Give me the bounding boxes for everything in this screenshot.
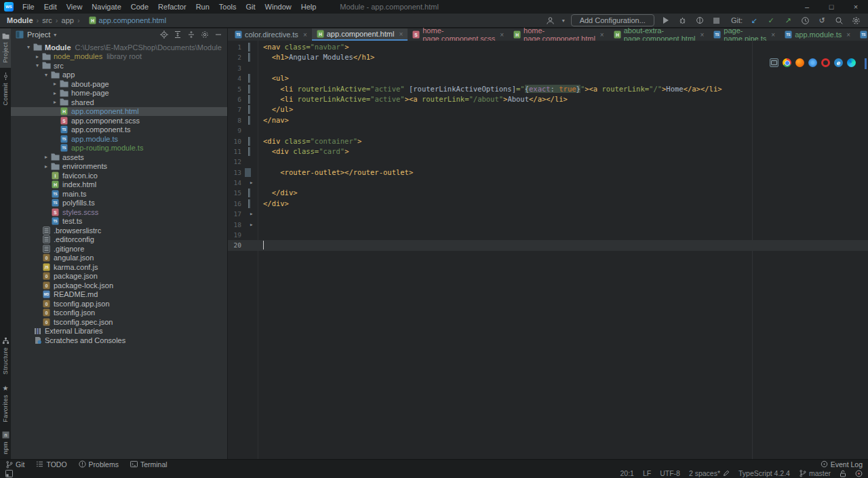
code-line-8[interactable]: 8</nav> [228, 115, 868, 125]
minimize-button[interactable]: – [795, 0, 819, 14]
menu-item-run[interactable]: Run [191, 1, 214, 13]
tree-item-module[interactable]: ▾ModuleC:\Users\E-MaxPCShop\Documents\Mo… [11, 43, 227, 52]
git-commit-button[interactable]: ✓ [766, 15, 776, 26]
code-line-13[interactable]: 13 <router-outlet></router-outlet> [228, 167, 868, 178]
code-line-9[interactable]: 9 [228, 125, 868, 136]
code-line-17[interactable]: 17 [228, 209, 868, 219]
editor-tab-home-page-component-scss[interactable]: Shome-page.component.scss× [408, 28, 509, 41]
tree-item-editorconfig[interactable]: .editorconfig [11, 235, 227, 245]
menu-item-code[interactable]: Code [126, 1, 153, 13]
editor-tab-about-extra-page-component-html[interactable]: Habout-extra-page.component.html× [609, 28, 709, 41]
code-line-19[interactable]: 19 [228, 230, 868, 240]
run-button[interactable] [660, 15, 671, 26]
code-line-15[interactable]: 15 </div> [228, 188, 868, 198]
tree-item-shared[interactable]: ▸shared [11, 98, 227, 107]
tree-item-node-modules[interactable]: ▸node_moduleslibrary root [11, 52, 227, 62]
search-everywhere-button[interactable] [833, 15, 844, 26]
code-line-11[interactable]: 11 <div class="card"> [228, 146, 868, 157]
menu-item-file[interactable]: File [18, 1, 39, 13]
tool-window-button-structure[interactable]: Structure [0, 332, 11, 379]
editor-tab-app-component-html[interactable]: Happ.component.html× [312, 28, 408, 41]
tab-close-icon[interactable]: × [701, 31, 705, 39]
code-line-10[interactable]: 10<div class="container"> [228, 136, 868, 146]
tree-item-polyfills-ts[interactable]: TSpolyfills.ts [11, 199, 227, 208]
code-line-4[interactable]: 4 <ul> [228, 73, 868, 83]
debug-button[interactable] [677, 15, 688, 26]
tree-item-tsconfig-json[interactable]: {}tsconfig.json [11, 308, 227, 318]
breadcrumb-item-app[interactable]: app [62, 16, 74, 24]
fold-arrow-icon[interactable] [241, 178, 258, 188]
menu-item-refactor[interactable]: Refactor [153, 1, 191, 13]
settings-icon[interactable] [200, 31, 209, 39]
fold-arrow-icon[interactable] [241, 209, 258, 219]
tree-chevron-icon[interactable]: ▸ [51, 79, 59, 88]
tree-item-angular-json[interactable]: {}angular.json [11, 254, 227, 263]
editor-tab-app-module-ts[interactable]: TSapp.module.ts× [780, 28, 855, 41]
tab-close-icon[interactable]: × [303, 31, 307, 39]
code-line-5[interactable]: 5 <li routerLinkActive="active" [routerL… [228, 84, 868, 94]
tab-close-icon[interactable]: × [500, 31, 504, 39]
tree-chevron-icon[interactable]: ▾ [24, 43, 33, 52]
tree-item-app-component-ts[interactable]: TSapp.component.ts [11, 125, 227, 135]
tool-window-button-problems[interactable]: Problems [79, 460, 119, 469]
tree-item-app-module-ts[interactable]: TSapp.module.ts [11, 134, 227, 144]
tree-item-test-ts[interactable]: TStest.ts [11, 217, 227, 226]
tool-window-button-npm[interactable]: nnpm [0, 426, 11, 459]
tab-close-icon[interactable]: × [399, 31, 403, 38]
chevron-down-icon[interactable]: ▾ [54, 32, 56, 38]
history-button[interactable] [800, 15, 810, 26]
tree-item-favicon-ico[interactable]: Ifavicon.ico [11, 171, 227, 180]
tree-item-external-libraries[interactable]: External Libraries [11, 327, 227, 336]
tab-close-icon[interactable]: × [846, 31, 850, 39]
menu-item-tools[interactable]: Tools [214, 1, 241, 13]
tree-item-package-lock-json[interactable]: {}package-lock.json [11, 281, 227, 290]
user-icon[interactable] [545, 15, 556, 26]
menu-item-help[interactable]: Help [296, 1, 321, 13]
tree-chevron-icon[interactable]: ▸ [51, 98, 59, 106]
tree-chevron-icon[interactable]: ▸ [33, 52, 41, 61]
tree-chevron-icon[interactable]: ▾ [33, 61, 41, 70]
code-line-6[interactable]: 6 <li routerLinkActive="active"><a route… [228, 94, 868, 104]
tree-chevron-icon[interactable]: ▸ [42, 162, 50, 171]
code-line-1[interactable]: 1<nav class="navbar"> [228, 42, 868, 52]
tab-close-icon[interactable]: × [600, 31, 604, 39]
event-log-button[interactable]: Event Log [821, 460, 863, 469]
git-push-button[interactable]: ↗ [783, 15, 793, 26]
tree-item-home-page[interactable]: ▸home-page [11, 89, 227, 98]
tree-item-styles-scss[interactable]: Sstyles.scss [11, 207, 227, 217]
tree-chevron-icon[interactable]: ▾ [42, 71, 50, 79]
git-update-button[interactable]: ↙ [749, 15, 760, 26]
breadcrumb-file[interactable]: app.component.html [99, 16, 167, 24]
expand-all-icon[interactable] [173, 31, 182, 39]
tree-item-main-ts[interactable]: TSmain.ts [11, 189, 227, 199]
close-button[interactable]: × [844, 0, 868, 14]
settings-button[interactable] [850, 15, 861, 26]
code-line-3[interactable]: 3 [228, 63, 868, 73]
code-line-2[interactable]: 2 <h1>Angular Modules</h1> [228, 52, 868, 62]
tree-item-package-json[interactable]: {}package.json [11, 272, 227, 281]
tool-window-button-git[interactable]: Git [5, 460, 24, 469]
tree-chevron-icon[interactable]: ▸ [42, 153, 50, 161]
tree-item-assets[interactable]: ▸assets [11, 153, 227, 162]
indicator-icon[interactable] [855, 470, 863, 477]
breadcrumb-item-module[interactable]: Module [7, 16, 33, 24]
tool-window-button-terminal[interactable]: Terminal [130, 460, 167, 469]
coverage-button[interactable] [694, 15, 705, 26]
indent-style[interactable]: 2 spaces* [689, 469, 730, 477]
tree-item-app-component-html[interactable]: Happ.component.html [11, 107, 227, 117]
lock-icon[interactable] [840, 470, 846, 477]
collapse-all-icon[interactable] [186, 31, 195, 39]
tree-item-readme-md[interactable]: MDREADME.md [11, 290, 227, 300]
tree-item-gitignore[interactable]: .gitignore [11, 244, 227, 254]
tree-item-src[interactable]: ▾src [11, 61, 227, 71]
code-line-14[interactable]: 14 [228, 178, 868, 188]
editor-tab-home-page-component-html[interactable]: Hhome-page.component.html× [509, 28, 609, 41]
project-panel-title[interactable]: Project [27, 31, 50, 39]
menu-item-git[interactable]: Git [241, 1, 260, 13]
menu-item-view[interactable]: View [62, 1, 87, 13]
code-editor[interactable]: 1<nav class="navbar">2 <h1>Angular Modul… [228, 41, 868, 459]
code-line-20[interactable]: 20 [228, 240, 868, 250]
code-line-12[interactable]: 12 [228, 157, 868, 167]
tree-item-about-page[interactable]: ▸about-page [11, 79, 227, 89]
hide-icon[interactable] [214, 31, 222, 39]
